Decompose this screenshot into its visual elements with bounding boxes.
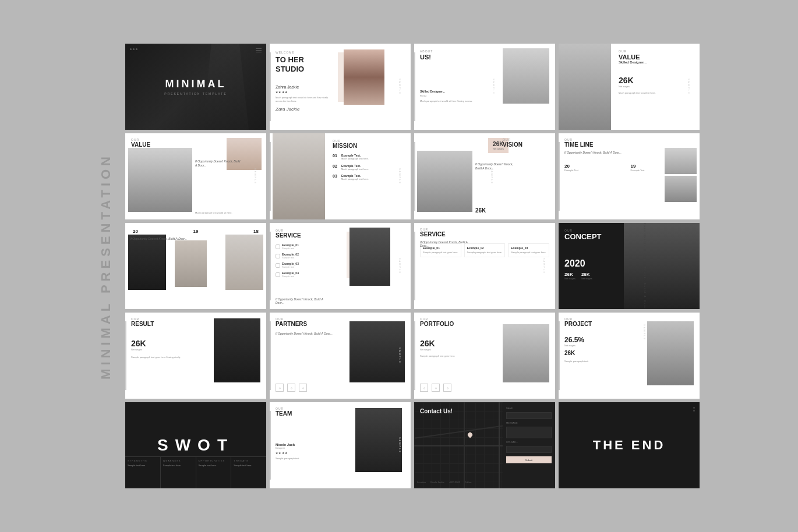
slide-8[interactable]: OUR TIME LINE If Opportunity Doesn't Kno… bbox=[559, 133, 700, 219]
slide-2[interactable]: WELCOME TO HER STUDIO Zahra Jackie ★ ★ ★… bbox=[270, 44, 411, 130]
slide-15-desc: Sample paragraph text goes here. bbox=[420, 354, 478, 358]
slides-grid: MINIMAL PRESENTATION TEMPLATE WELCOME TO… bbox=[125, 44, 700, 488]
slide-12-content: OUR CONCEPT 2020 26K Net wages 26K Net w… bbox=[559, 223, 700, 286]
slide-6-item-3: 03 Example Text. Much paragraph text her… bbox=[333, 174, 406, 181]
slide-2-model bbox=[344, 49, 384, 105]
slide-4-designer: Skilled Designer... bbox=[619, 61, 695, 64]
slide-18-desc: Sample paragraph text. bbox=[276, 457, 334, 460]
slide-6-side: SAMPLE bbox=[398, 168, 401, 185]
slide-9-model2 bbox=[175, 240, 207, 287]
slide-19-info: Location Nicole Jackie +000-0000 Follow bbox=[417, 481, 472, 484]
slide-18-side: SAMPLE bbox=[398, 437, 401, 453]
slide-10-side: SAMPLE bbox=[398, 258, 401, 274]
slide-1-title-group: MINIMAL PRESENTATION TEMPLATE bbox=[164, 78, 227, 95]
slide-5-quote: If Opportunity Doesn't Knock, Build A Do… bbox=[195, 159, 242, 168]
slide-15-model bbox=[503, 324, 549, 382]
slide-19-name-label: Name bbox=[506, 407, 552, 410]
slide-4-stats: 26K bbox=[619, 76, 695, 85]
slide-12-heading: CONCEPT bbox=[564, 232, 694, 241]
slide-12-year: 2020 bbox=[564, 258, 694, 269]
slide-19-submit-btn[interactable]: Submit bbox=[506, 456, 552, 463]
slide-7-model bbox=[417, 151, 472, 212]
slide-15-partners: ◇ ◇ ◇ bbox=[420, 384, 451, 392]
slide-16-side: SAMPLE bbox=[643, 324, 646, 341]
vertical-label: MINIMAL PRESENTATION bbox=[98, 153, 114, 380]
slide-16-model bbox=[647, 321, 694, 385]
slide-10[interactable]: OUR SERVICE Example_01Sample text Exampl… bbox=[270, 223, 411, 309]
slide-13-desc: Sample paragraph text goes here flowing … bbox=[131, 356, 189, 359]
slide-3-desc: Much paragraph text would sit here flowi… bbox=[420, 100, 484, 103]
slide-17[interactable]: SWOT STRENGTHS Sample text here. WEAKNES… bbox=[125, 402, 266, 488]
slide-19[interactable]: Contact Us! Name Message Upload... Submi… bbox=[414, 402, 555, 488]
slide-7-content: OUR VISION bbox=[500, 133, 552, 152]
slide-4-side: SAMPLE bbox=[687, 79, 690, 95]
slide-7-stat: 26K bbox=[475, 207, 486, 214]
slide-3-model bbox=[503, 48, 549, 104]
slide-6-item-2: 02 Example Text. Much paragraph text her… bbox=[333, 164, 406, 171]
slide-9[interactable]: 20 19 18 If Opportunity Doesn't Knock, B… bbox=[125, 223, 266, 309]
slide-11[interactable]: OUR SERVICE Example_01 Sample paragraph … bbox=[414, 223, 555, 309]
slide-5[interactable]: OUR VALUE If Opportunity Doesn't Knock, … bbox=[125, 133, 266, 219]
slide-1-subtitle: PRESENTATION TEMPLATE bbox=[164, 92, 227, 95]
slide-14-partners: ◇ ◇ ◇ bbox=[276, 384, 307, 392]
slide-9-years: 20 19 18 bbox=[130, 229, 262, 234]
slide-6[interactable]: OUR MISSION 01 Example Text. Much paragr… bbox=[270, 133, 411, 219]
slide-2-signature: Zara Jackie bbox=[276, 107, 405, 112]
slide-9-content: 20 19 18 If Opportunity Doesn't Knock, B… bbox=[125, 226, 266, 243]
slide-5-bg-img bbox=[128, 148, 192, 212]
slide-15[interactable]: OUR PORTFOLIO 26K Net wages Sample parag… bbox=[414, 313, 555, 399]
slide-4-label: OUR bbox=[619, 49, 695, 53]
slide-6-item-1: 01 Example Text. Much paragraph text her… bbox=[333, 154, 406, 161]
slide-14-quote: If Opportunity Doesn't Knock, Build A Do… bbox=[276, 332, 334, 336]
slide-4-heading: VALUE bbox=[619, 54, 695, 61]
slide-19-msg-label: Message bbox=[506, 421, 552, 424]
slide-1-title: MINIMAL bbox=[164, 78, 227, 90]
slide-18[interactable]: OUR TEAM Nicole Jack Designer ★ ★ ★ ★ Sa… bbox=[270, 402, 411, 488]
slide-7-quote: If Opportunity Doesn't Knock, Build A Do… bbox=[475, 162, 519, 171]
slide-19-upload-field bbox=[506, 446, 552, 453]
slide-20-heading: THE END bbox=[593, 438, 666, 453]
slide-16-desc: Sample paragraph text. bbox=[564, 360, 623, 363]
slide-1-dots bbox=[130, 48, 137, 50]
slide-13[interactable]: OUR RESULT 26K Net wages Sample paragrap… bbox=[125, 313, 266, 399]
slide-10-quote: If Opportunity Doesn't Knock, Build A Do… bbox=[276, 297, 328, 304]
slide-20[interactable]: THE END bbox=[559, 402, 700, 488]
slide-5-desc: Much paragraph text would sit here. bbox=[195, 211, 232, 215]
slide-19-heading: Contact Us! bbox=[420, 408, 453, 414]
slide-4[interactable]: OUR VALUE Skilled Designer... 26K Net wa… bbox=[559, 44, 700, 130]
slide-1-menu bbox=[256, 48, 262, 52]
slide-1[interactable]: MINIMAL PRESENTATION TEMPLATE bbox=[125, 44, 266, 130]
slide-12-stats: 26K Net wages 26K Net wages bbox=[564, 272, 694, 280]
slide-7-heading: VISION bbox=[503, 141, 549, 148]
slide-16[interactable]: OUR PROJECT 26.5% Net wages 26K Sample p… bbox=[559, 313, 700, 399]
slide-7[interactable]: 26K Net wages OUR VISION If Opportunity … bbox=[414, 133, 555, 219]
slide-6-heading: MISSION bbox=[333, 143, 406, 149]
slide-5-side: SAMPLE bbox=[253, 168, 256, 185]
slide-4-desc: Much paragraph text would sit here. bbox=[619, 91, 695, 95]
slide-19-name-field bbox=[506, 412, 552, 419]
slide-3-side: SAMPLE bbox=[492, 79, 495, 95]
slide-2-side: SAMPLE bbox=[398, 79, 401, 95]
slide-19-road-3 bbox=[464, 402, 465, 488]
slide-19-msg-field bbox=[506, 427, 552, 438]
slide-7-side: SAMPLE bbox=[490, 168, 493, 185]
slide-3[interactable]: ABOUT US! Skilled Designer... Florist Mu… bbox=[414, 44, 555, 130]
slide-14[interactable]: OUR PARTNERS If Opportunity Doesn't Knoc… bbox=[270, 313, 411, 399]
slide-13-model bbox=[214, 318, 260, 382]
slide-8-heading: TIME LINE bbox=[564, 141, 694, 148]
slide-8-models bbox=[665, 148, 697, 202]
slide-19-upload-label: Upload... bbox=[506, 441, 552, 444]
slide-10-model bbox=[349, 228, 390, 286]
slide-12[interactable]: OUR CONCEPT 2020 26K Net wages 26K Net w… bbox=[559, 223, 700, 309]
slide-11-side: SAMPLE bbox=[542, 258, 545, 274]
slide-4-stats-sub: Net wages bbox=[619, 85, 695, 88]
slide-14-model bbox=[349, 321, 405, 382]
slide-19-contact-panel: Name Message Upload... Submit bbox=[503, 402, 555, 488]
main-container: MINIMAL PRESENTATION MINIMAL PRESENTATIO… bbox=[98, 44, 700, 488]
slide-20-dots bbox=[693, 407, 695, 412]
slide-11-quote: If Opportunity Doesn't Knock, Build A Do… bbox=[420, 240, 472, 247]
slide-4-model bbox=[559, 44, 611, 130]
slide-2-desc: Much paragraph text would sit here and f… bbox=[276, 96, 328, 103]
slide-6-model bbox=[273, 133, 325, 219]
slide-6-items: 01 Example Text. Much paragraph text her… bbox=[333, 154, 406, 181]
